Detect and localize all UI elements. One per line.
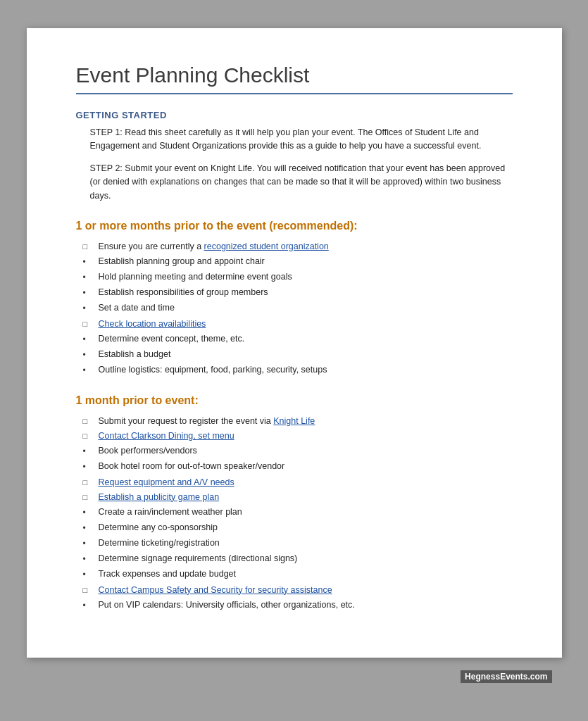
section1: 1 or more months prior to the event (rec… — [76, 220, 513, 377]
section2-heading: 1 month prior to event: — [76, 394, 513, 407]
list-item: • Track expenses and update budget — [83, 567, 513, 582]
item-text: Set a date and time — [99, 301, 175, 315]
getting-started-heading: GETTING STARTED — [76, 110, 513, 120]
checkbox-icon: □ — [83, 430, 94, 443]
bullet-icon: • — [83, 271, 94, 284]
item-text: Hold planning meeting and determine even… — [99, 270, 292, 284]
bullet-icon: • — [83, 506, 94, 520]
checkbox-icon: □ — [83, 584, 94, 597]
checkbox-icon: □ — [83, 318, 94, 331]
recognized-org-link[interactable]: recognized student organization — [204, 242, 329, 251]
bullet-icon: • — [83, 256, 94, 269]
list-item: □ Ensure you are currently a recognized … — [83, 239, 513, 253]
bullet-icon: • — [83, 553, 94, 566]
section1-heading: 1 or more months prior to the event (rec… — [76, 220, 513, 232]
checkbox-icon: □ — [83, 241, 94, 253]
clarkson-dining-link[interactable]: Contact Clarkson Dining, set menu — [99, 431, 234, 441]
list-item: • Book performers/vendors — [83, 444, 513, 458]
list-item: • Establish responsibilities of group me… — [83, 285, 513, 300]
list-item: □ Contact Campus Safety and Security for… — [83, 583, 513, 597]
list-item: • Book hotel room for out-of-town speake… — [83, 459, 513, 474]
list-item: • Determine event concept, theme, etc. — [83, 332, 513, 346]
bullet-icon: • — [83, 599, 94, 613]
item-text: Put on VIP calendars: University officia… — [99, 598, 355, 612]
page-title: Event Planning Checklist — [76, 63, 513, 87]
step1-text: STEP 1: Read this sheet carefully as it … — [90, 126, 513, 153]
bullet-icon: • — [83, 333, 94, 346]
campus-safety-link[interactable]: Contact Campus Safety and Security for s… — [99, 585, 332, 595]
item-text: Establish planning group and appoint cha… — [99, 254, 265, 268]
bullet-icon: • — [83, 364, 94, 377]
bullet-icon: • — [83, 349, 94, 362]
title-divider — [76, 93, 513, 94]
item-text: Book hotel room for out-of-town speaker/… — [99, 459, 285, 473]
check-location-link[interactable]: Check location availabilities — [99, 319, 206, 329]
list-item: • Put on VIP calendars: University offic… — [83, 598, 513, 613]
knight-life-link[interactable]: Knight Life — [273, 416, 315, 426]
item-text: Determine event concept, theme, etc. — [99, 332, 245, 346]
list-item: • Establish a budget — [83, 347, 513, 362]
item-text: Establish responsibilities of group memb… — [99, 285, 268, 299]
item-text: Create a rain/inclement weather plan — [99, 505, 242, 519]
item-text: Establish a budget — [99, 347, 171, 361]
section2: 1 month prior to event: □ Submit your re… — [76, 394, 513, 613]
publicity-game-plan-link[interactable]: Establish a publicity game plan — [99, 492, 220, 502]
list-item: □ Establish a publicity game plan — [83, 490, 513, 504]
step2-text: STEP 2: Submit your event on Knight Life… — [90, 162, 513, 203]
list-item: □ Submit your request to register the ev… — [83, 414, 513, 428]
item-text: Contact Campus Safety and Security for s… — [99, 583, 332, 597]
watermark: HegnessEvents.com — [461, 670, 551, 683]
bullet-icon: • — [83, 522, 94, 535]
bullet-icon: • — [83, 568, 94, 582]
section2-list: □ Submit your request to register the ev… — [83, 414, 513, 613]
paper: Event Planning Checklist GETTING STARTED… — [27, 28, 562, 658]
list-item: □ Check location availabilities — [83, 317, 513, 331]
list-item: • Determine ticketing/registration — [83, 536, 513, 551]
getting-started-section: GETTING STARTED STEP 1: Read this sheet … — [76, 110, 513, 203]
item-text: Track expenses and update budget — [99, 567, 237, 581]
equipment-av-link[interactable]: Request equipment and A/V needs — [99, 477, 234, 487]
item-text: Determine any co-sponsorship — [99, 520, 218, 534]
list-item: • Determine signage requirements (direct… — [83, 551, 513, 566]
list-item: □ Request equipment and A/V needs — [83, 475, 513, 489]
item-text: Ensure you are currently a recognized st… — [99, 239, 329, 253]
list-item: • Outline logistics: equipment, food, pa… — [83, 363, 513, 377]
list-item: • Create a rain/inclement weather plan — [83, 505, 513, 520]
list-item: □ Contact Clarkson Dining, set menu — [83, 429, 513, 443]
list-item: • Set a date and time — [83, 301, 513, 315]
list-item: • Hold planning meeting and determine ev… — [83, 270, 513, 284]
bullet-icon: • — [83, 460, 94, 474]
item-text: Request equipment and A/V needs — [99, 475, 234, 489]
checkbox-icon: □ — [83, 491, 94, 504]
item-text: Check location availabilities — [99, 317, 206, 331]
item-text: Contact Clarkson Dining, set menu — [99, 429, 234, 443]
list-item: • Establish planning group and appoint c… — [83, 254, 513, 269]
bullet-icon: • — [83, 302, 94, 315]
checkbox-icon: □ — [83, 477, 94, 489]
bullet-icon: • — [83, 287, 94, 300]
checkbox-icon: □ — [83, 415, 94, 428]
section1-list: □ Ensure you are currently a recognized … — [83, 239, 513, 377]
bullet-icon: • — [83, 537, 94, 551]
item-text: Book performers/vendors — [99, 444, 197, 458]
page-wrapper: Event Planning Checklist GETTING STARTED… — [27, 28, 562, 690]
bullet-icon: • — [83, 445, 94, 458]
item-text: Submit your request to register the even… — [99, 414, 315, 428]
item-text: Outline logistics: equipment, food, park… — [99, 363, 327, 377]
item-text: Establish a publicity game plan — [99, 490, 220, 504]
item-text: Determine signage requirements (directio… — [99, 551, 298, 565]
item-text: Determine ticketing/registration — [99, 536, 220, 550]
list-item: • Determine any co-sponsorship — [83, 520, 513, 535]
